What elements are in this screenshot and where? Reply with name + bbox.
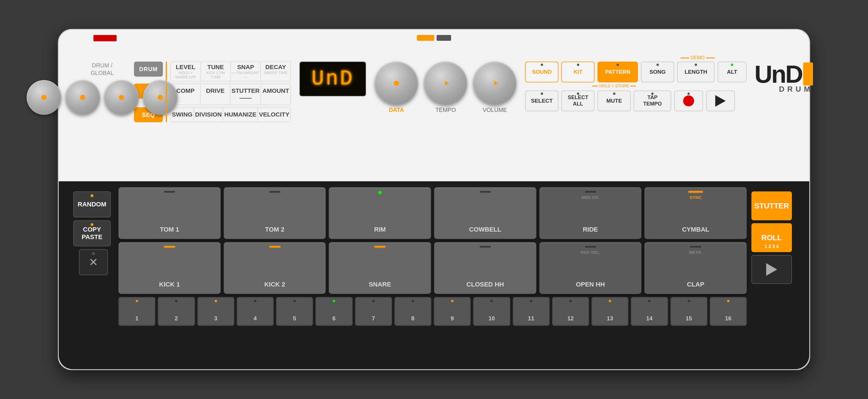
amount-label: AMOUNT — [262, 87, 289, 94]
step-1[interactable]: 1 — [118, 297, 155, 326]
stutter-button[interactable]: STUTTER — [751, 191, 792, 220]
pad-cymbal[interactable]: SYNC CYMBAL — [644, 187, 747, 239]
mute-button[interactable]: MUTE — [597, 91, 631, 111]
step-15[interactable]: 15 — [671, 297, 707, 326]
step-10[interactable]: 10 — [473, 297, 510, 326]
tap-tempo-button[interactable]: TAPTEMPO — [633, 91, 671, 111]
level-label: LEVEL — [172, 64, 199, 71]
random-button[interactable]: RANDOM — [73, 191, 111, 218]
copy-paste-button[interactable]: COPYPASTE — [73, 220, 111, 246]
step-9[interactable]: 9 — [434, 297, 471, 326]
snap-sub: — FM AMOUNT — — [232, 71, 259, 79]
length-button[interactable]: LENGTH — [677, 62, 715, 82]
tom2-label: TOM 2 — [265, 226, 284, 233]
kit-button[interactable]: KIT — [561, 62, 595, 82]
pad-clap[interactable]: METR. CLAP — [644, 242, 747, 294]
pad-cowbell[interactable]: COWBELL — [434, 187, 536, 239]
drum-mode-btn[interactable]: DRUM — [134, 62, 163, 77]
pads-row-1: TOM 1 TOM 2 RIM — [118, 187, 747, 239]
seq-params: SWING DIVISION HUMANIZE VELOCITY — [170, 107, 291, 122]
pad-tom2[interactable]: TOM 2 — [224, 187, 326, 239]
rim-label: RIM — [374, 226, 386, 233]
metr-label: METR. — [689, 250, 703, 255]
drum-params: LEVEL HOLD > SNARE LPF TUNE KICK 1 FM TU… — [170, 62, 291, 81]
decay-label: DECAY — [262, 64, 289, 71]
tune-sub: KICK 1 FM TUNE — [202, 71, 229, 79]
play-button[interactable] — [706, 91, 735, 111]
pad-rim[interactable]: RIM — [329, 187, 431, 239]
top-center-indicators — [417, 35, 451, 41]
kick1-label: KICK 1 — [159, 281, 180, 288]
x-button[interactable]: ✕ — [79, 249, 108, 275]
step-11[interactable]: 11 — [513, 297, 550, 326]
control-buttons-row1: DEMO SOUND KIT PATTE — [525, 62, 746, 82]
step-14[interactable]: 14 — [631, 297, 668, 326]
ride-label: RIDE — [583, 226, 598, 233]
volume-knob-label: VOLUME — [483, 107, 507, 113]
snap-label: SNAP — [232, 64, 259, 71]
clap-label: CLAP — [687, 281, 704, 288]
decay-sub: SWEEP TIME — [262, 71, 289, 75]
division-label: DIVISION — [195, 111, 222, 118]
demo-label: DEMO — [681, 55, 715, 60]
step-13[interactable]: 13 — [591, 297, 628, 326]
volume-knob[interactable]: VOLUME — [473, 62, 517, 113]
knob-1[interactable] — [27, 80, 61, 115]
display-text: UnD — [311, 67, 354, 91]
step-4[interactable]: 4 — [237, 297, 274, 326]
control-buttons-row2: SELECT SELECTALL MUTE TAPTEMPO — [525, 91, 746, 111]
data-knob[interactable]: DATA — [375, 62, 418, 113]
swing-label: SWING — [172, 111, 192, 118]
tune-label: TUNE — [202, 64, 229, 71]
drum-global-label: DRUM /GLOBAL — [91, 62, 114, 77]
pad-closed-hh[interactable]: CLOSED HH — [434, 242, 536, 294]
pads-row-2: KICK 1 KICK 2 SNARE — [118, 242, 747, 294]
knob-3[interactable] — [104, 80, 139, 115]
tempo-knob-label: TEMPO — [435, 107, 456, 113]
closed-hh-label: CLOSED HH — [466, 281, 504, 288]
step-5[interactable]: 5 — [276, 297, 313, 326]
pad-kick1[interactable]: KICK 1 — [118, 242, 221, 294]
step-7[interactable]: 7 — [355, 297, 392, 326]
cowbell-label: COWBELL — [469, 226, 501, 233]
pad-kick2[interactable]: KICK 2 — [224, 242, 326, 294]
midi-ch-label: MIDI CH. — [582, 195, 599, 200]
next-button[interactable] — [751, 255, 792, 284]
right-controls: STUTTER ROLL 1 2 3 4 — [751, 187, 795, 284]
led-display: UnD — [300, 62, 366, 96]
song-button[interactable]: SONG — [641, 62, 674, 82]
record-button[interactable] — [674, 91, 703, 111]
drive-label: DRIVE — [202, 87, 229, 94]
step-16[interactable]: 16 — [710, 297, 747, 326]
uno-drum-device: DRUM /GLOBAL — [58, 29, 810, 370]
sound-button[interactable]: SOUND — [525, 62, 558, 82]
step-buttons-row: 1 2 3 4 — [118, 297, 747, 326]
cymbal-label: CYMBAL — [682, 226, 709, 233]
bottom-section: RANDOM COPYPASTE ✕ — [59, 181, 809, 369]
roll-button[interactable]: ROLL 1 2 3 4 — [751, 223, 792, 252]
alt-button[interactable]: ALT — [717, 62, 746, 82]
step-6[interactable]: 6 — [315, 297, 352, 326]
kick2-label: KICK 2 — [264, 281, 285, 288]
knob-4[interactable] — [143, 80, 178, 115]
pattern-button[interactable]: PATTERN — [597, 62, 638, 82]
step-2[interactable]: 2 — [158, 297, 195, 326]
knob-2[interactable] — [65, 80, 100, 115]
pad-tom1[interactable]: TOM 1 — [118, 187, 221, 239]
select-button[interactable]: SELECT — [525, 91, 558, 111]
step-8[interactable]: 8 — [394, 297, 431, 326]
pad-snare[interactable]: SNARE — [329, 242, 431, 294]
select-all-button[interactable]: SELECTALL — [561, 91, 595, 111]
pad-open-hh[interactable]: PAD VEL. OPEN HH — [539, 242, 642, 294]
ik-logo: UnD DRUM — [755, 59, 813, 94]
step-3[interactable]: 3 — [197, 297, 235, 326]
sync-label: SYNC — [689, 195, 702, 200]
fx-params: COMP DRIVE STUTTER —— AMOUNT — [170, 84, 291, 105]
tempo-knob[interactable]: TEMPO — [424, 62, 467, 113]
tom1-label: TOM 1 — [160, 226, 179, 233]
logo-drum: DRUM — [779, 85, 813, 94]
top-indicator-red — [93, 35, 117, 41]
step-12[interactable]: 12 — [552, 297, 589, 326]
stutter-label: STUTTER —— — [231, 87, 259, 101]
pad-ride[interactable]: MIDI CH. RIDE — [539, 187, 642, 239]
